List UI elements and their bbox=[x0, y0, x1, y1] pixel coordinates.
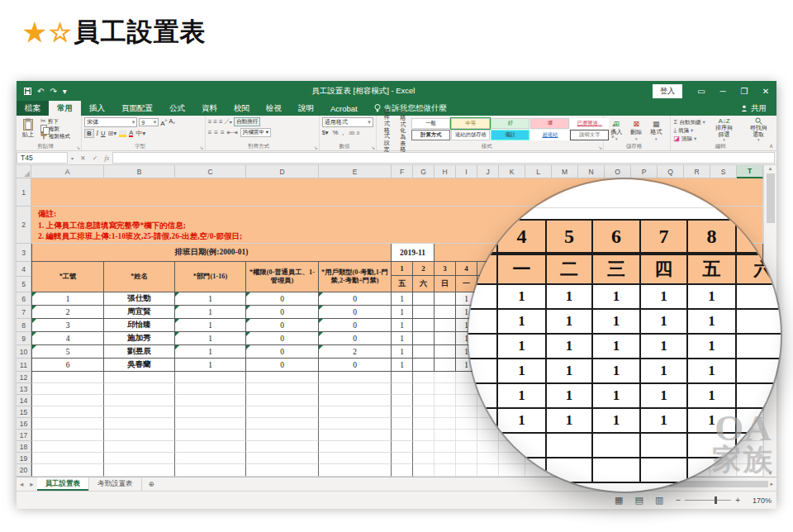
cell-employee-name[interactable]: 施加秀 bbox=[104, 332, 175, 345]
cell-schedule-day[interactable] bbox=[434, 319, 456, 332]
cell-schedule-day[interactable]: 1 bbox=[392, 306, 413, 319]
column-header-O[interactable]: O bbox=[605, 165, 631, 178]
empty-cell[interactable] bbox=[477, 430, 499, 441]
empty-cell[interactable] bbox=[392, 383, 413, 395]
row-header-6[interactable]: 6 bbox=[17, 292, 31, 306]
header-perm[interactable]: *權限(0-普通員工、1-管理員) bbox=[246, 262, 319, 292]
align-top-icon[interactable]: ≡ bbox=[208, 118, 212, 126]
empty-cell[interactable] bbox=[413, 372, 434, 383]
cell-perm[interactable]: 0 bbox=[246, 292, 319, 306]
hscroll-thumb[interactable] bbox=[669, 481, 768, 487]
cell-type[interactable]: 0 bbox=[319, 292, 392, 306]
comma-icon[interactable]: , bbox=[342, 129, 344, 136]
add-sheet-button[interactable]: ⊕ bbox=[142, 477, 161, 491]
row-header-12[interactable]: 12 bbox=[17, 372, 31, 383]
empty-cell[interactable] bbox=[456, 418, 477, 430]
day-number-cell[interactable]: 1 bbox=[392, 262, 413, 276]
empty-cell[interactable] bbox=[434, 395, 456, 406]
autosum-button[interactable]: Σ自動加總 ▾ bbox=[673, 118, 705, 126]
column-header-B[interactable]: B bbox=[104, 165, 175, 178]
cell-type[interactable]: 2 bbox=[319, 345, 392, 359]
column-header-L[interactable]: L bbox=[525, 165, 552, 178]
empty-cell[interactable] bbox=[499, 453, 525, 464]
header-type[interactable]: *用戶類型(0-考勤,1-門禁,2-考勤+門禁) bbox=[319, 262, 392, 292]
empty-cell[interactable] bbox=[319, 395, 392, 406]
cell-type[interactable]: 0 bbox=[319, 306, 392, 319]
cell-dept[interactable]: 1 bbox=[175, 292, 246, 306]
row-header-7[interactable]: 7 bbox=[17, 306, 31, 319]
namebox-dropdown-icon[interactable]: ▾ bbox=[68, 155, 77, 161]
decimal-icons[interactable]: .00 .0 bbox=[348, 131, 359, 135]
ribbon-tab-公式[interactable]: 公式 bbox=[161, 101, 193, 116]
ribbon-tab-說明[interactable]: 說明 bbox=[290, 101, 322, 116]
align-bottom-icon[interactable]: ≡ bbox=[219, 118, 223, 126]
empty-cell[interactable] bbox=[413, 418, 434, 430]
sign-in-button[interactable]: 登入 bbox=[653, 84, 682, 98]
align-middle-icon[interactable]: ≡ bbox=[213, 118, 217, 126]
name-box[interactable]: T45 bbox=[17, 152, 68, 164]
day-name-cell[interactable]: 日 bbox=[434, 276, 456, 292]
day-number-cell[interactable]: 2 bbox=[413, 262, 434, 276]
page-layout-view-icon[interactable]: ▤ bbox=[629, 495, 649, 506]
empty-cell[interactable] bbox=[246, 406, 319, 418]
cell-style-note[interactable]: 備註 bbox=[491, 130, 529, 140]
row-header-11[interactable]: 11 bbox=[17, 359, 31, 372]
empty-cell[interactable] bbox=[175, 406, 246, 418]
empty-cell[interactable] bbox=[31, 418, 104, 430]
empty-cell[interactable] bbox=[392, 441, 413, 453]
empty-cell[interactable] bbox=[413, 406, 434, 418]
column-header-I[interactable]: I bbox=[456, 165, 477, 178]
empty-cell[interactable] bbox=[319, 464, 392, 477]
empty-cell[interactable] bbox=[413, 383, 434, 395]
cell-dept[interactable]: 1 bbox=[175, 306, 246, 319]
select-all-corner[interactable] bbox=[17, 165, 31, 178]
cell-schedule-day[interactable] bbox=[413, 319, 434, 332]
empty-cell[interactable] bbox=[175, 383, 246, 395]
merge-center-button[interactable]: 跨欄置中 ▾ bbox=[240, 128, 271, 137]
empty-cell[interactable] bbox=[31, 372, 104, 383]
delete-cells-button[interactable]: ⊠ 刪除▾ bbox=[626, 120, 646, 141]
empty-cell[interactable] bbox=[392, 418, 413, 430]
column-header-G[interactable]: G bbox=[413, 165, 434, 178]
cell-employee-no[interactable]: 2 bbox=[31, 306, 104, 319]
ribbon-tab-檔案[interactable]: 檔案 bbox=[17, 101, 49, 116]
empty-cell[interactable] bbox=[392, 406, 413, 418]
cell-style-neutral[interactable]: 中等 bbox=[451, 118, 490, 129]
cell-perm[interactable]: 0 bbox=[246, 359, 319, 372]
cell-schedule-day[interactable] bbox=[413, 332, 434, 345]
cell-dept[interactable]: 1 bbox=[175, 332, 246, 345]
minimize-button[interactable]: ─ bbox=[712, 87, 734, 96]
empty-cell[interactable] bbox=[434, 441, 456, 453]
row-header-13[interactable]: 13 bbox=[17, 383, 31, 395]
row-header-19[interactable]: 19 bbox=[17, 453, 31, 464]
column-header-T[interactable]: T bbox=[737, 165, 763, 178]
empty-cell[interactable] bbox=[31, 453, 104, 464]
cell-employee-no[interactable]: 4 bbox=[31, 332, 104, 345]
align-left-icon[interactable]: ≡ bbox=[208, 129, 212, 136]
empty-cell[interactable] bbox=[434, 430, 456, 441]
cell-dept[interactable]: 1 bbox=[175, 319, 246, 332]
cell-style-bad[interactable]: 壞 bbox=[530, 118, 569, 129]
row-header-10[interactable]: 10 bbox=[17, 345, 31, 359]
cell-schedule-day[interactable] bbox=[413, 306, 434, 319]
cut-button[interactable]: ✂剪下 bbox=[40, 117, 70, 125]
column-header-J[interactable]: J bbox=[477, 165, 499, 178]
cell-type[interactable]: 0 bbox=[319, 319, 392, 332]
month-cell[interactable]: 2019-11 bbox=[392, 244, 434, 262]
cell-schedule-day[interactable] bbox=[434, 359, 456, 372]
normal-view-icon[interactable]: ▦ bbox=[609, 495, 629, 506]
empty-cell[interactable] bbox=[456, 383, 477, 395]
zoom-slider[interactable] bbox=[685, 500, 731, 501]
empty-cell[interactable] bbox=[456, 453, 477, 464]
redo-icon[interactable]: ↷ bbox=[50, 87, 56, 96]
sheet-nav-left-icon[interactable]: ◂ bbox=[17, 477, 26, 491]
font-color-button[interactable]: A bbox=[129, 130, 133, 137]
clear-button[interactable]: ◪清除 ▾ bbox=[673, 135, 705, 142]
cell-schedule-day[interactable]: 1 bbox=[392, 332, 413, 345]
column-header-Q[interactable]: Q bbox=[658, 165, 684, 178]
empty-cell[interactable] bbox=[413, 395, 434, 406]
cell-employee-no[interactable]: 1 bbox=[31, 292, 104, 306]
empty-cell[interactable] bbox=[31, 406, 104, 418]
cell-schedule-day[interactable] bbox=[434, 306, 456, 319]
format-cells-button[interactable]: ▦ 格式▾ bbox=[646, 120, 666, 141]
